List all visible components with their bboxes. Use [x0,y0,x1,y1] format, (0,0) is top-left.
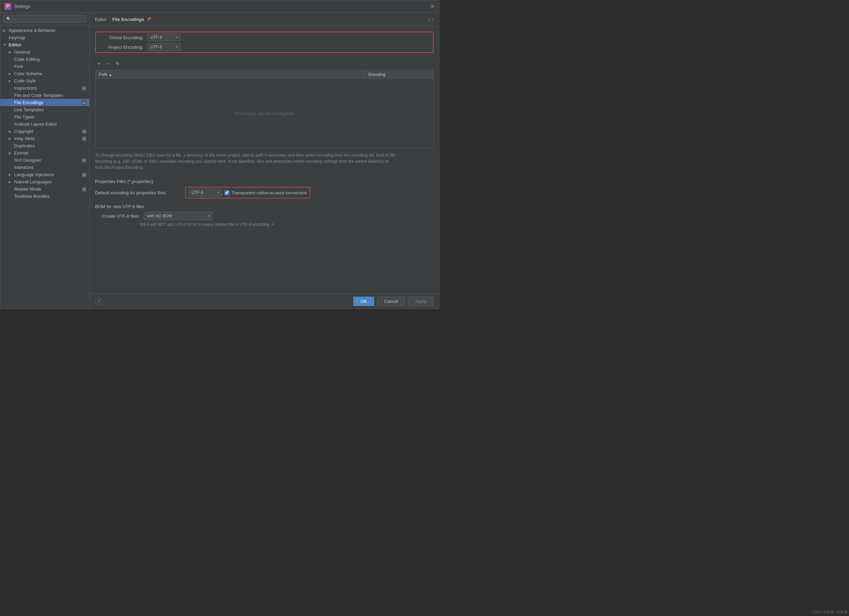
sidebar-item-inspections[interactable]: ▶ Inspections ▦ [0,85,89,92]
ok-button[interactable]: OK [353,297,374,306]
sidebar-item-label: Inspections [14,85,37,91]
sidebar-item-label: Keymap [9,35,25,40]
cancel-button[interactable]: Cancel [377,297,405,306]
nav-arrows: ‹ › [429,16,433,22]
sidebar-item-label: Language Injections [14,172,54,177]
sidebar-item-label: GUI Designer [14,158,41,163]
sidebar-item-file-code-templates[interactable]: ▶ File and Code Templates [0,92,89,99]
transparent-conversion-checkbox[interactable] [225,190,229,195]
sidebar-item-label: Reader Mode [14,186,41,192]
apply-button[interactable]: Apply [408,297,433,306]
sidebar-item-label: Color Scheme [14,71,42,76]
bom-row: Create UTF-8 files: with NO BOM with BOM [95,212,433,220]
badge-icon: ▦ [82,100,86,105]
bom-select-wrapper: with NO BOM with BOM [144,212,213,220]
global-encoding-select[interactable]: UTF-8 ISO-8859-1 US-ASCII [147,34,180,41]
global-encoding-label: Global Encoding: [98,35,143,40]
help-button[interactable]: ? [95,298,103,305]
back-button[interactable]: ‹ [429,16,430,22]
sidebar-item-reader-mode[interactable]: ▶ Reader Mode ▦ [0,185,89,192]
sidebar-item-inlay-hints[interactable]: ▶ Inlay Hints ▦ [0,135,89,142]
sidebar-item-language-injections[interactable]: ▶ Language Injections ▦ [0,171,89,178]
arrow-icon: ▶ [9,130,13,133]
sidebar-item-label: File Types [14,114,34,119]
arrow-icon: ▶ [9,72,13,76]
sidebar-item-gui-designer[interactable]: ▶ GUI Designer ▦ [0,157,89,164]
sidebar-item-copyright[interactable]: ▶ Copyright ▦ [0,128,89,135]
sidebar-item-color-scheme[interactable]: ▶ Color Scheme [0,70,89,77]
project-encoding-select[interactable]: UTF-8 ISO-8859-1 US-ASCII [147,43,180,51]
sidebar-item-label: TextMate Bundles [14,194,49,199]
sidebar-item-editor[interactable]: ▼ Editor [0,41,89,48]
sidebar-item-label: Code Style [14,78,36,84]
global-encoding-row: Global Encoding: UTF-8 ISO-8859-1 US-ASC… [98,34,430,41]
bom-section-title: BOM for new UTF-8 files [95,204,433,209]
sidebar-item-android-layout-editor[interactable]: ▶ Android Layout Editor [0,121,89,128]
properties-encoding-select[interactable]: UTF-8 ISO-8859-1 [188,189,222,196]
create-utf8-label: Create UTF-8 files: [95,213,140,219]
badge-icon: ▦ [82,136,86,141]
path-column-header: Path ▲ [95,70,365,79]
edit-button[interactable]: ✎ [113,60,122,67]
sidebar-item-label: General [14,49,30,55]
sidebar-item-duplicates[interactable]: ▶ Duplicates [0,142,89,149]
breadcrumb: Editor › File Encodings 📌 ‹ › [89,13,439,26]
search-bar [0,13,89,25]
remove-button[interactable]: − [104,60,112,67]
breadcrumb-current: File Encodings [112,17,144,22]
sidebar-item-appearance[interactable]: ▶ Appearance & Behavior [0,27,89,34]
arrow-icon: ▼ [3,43,7,47]
close-button[interactable]: ✕ [429,4,435,9]
sidebar-item-label: Android Layout Editor [14,122,57,127]
sort-arrow-icon[interactable]: ▲ [109,73,112,76]
transparent-conversion-label[interactable]: Transparent native-to-ascii conversion [225,190,307,195]
encoding-box: Global Encoding: UTF-8 ISO-8859-1 US-ASC… [95,31,433,53]
add-button[interactable]: + [95,60,103,67]
bom-note-link[interactable]: UTF-8 BOM [175,222,197,227]
global-encoding-wrapper: UTF-8 ISO-8859-1 US-ASCII [147,34,180,41]
arrow-icon: ▶ [9,137,13,140]
arrow-icon: ▶ [9,173,13,176]
sidebar: ▶ Appearance & Behavior ▶ Keymap ▼ Edito… [0,13,89,309]
sidebar-item-emmet[interactable]: ▶ Emmet [0,149,89,157]
project-encoding-label: Project Encoding: [98,45,143,50]
forward-button[interactable]: › [432,16,433,22]
footer-right: OK Cancel Apply [353,297,433,306]
pin-icon[interactable]: 📌 [146,17,151,22]
sidebar-item-code-editing[interactable]: ▶ Code Editing [0,56,89,63]
sidebar-item-file-types[interactable]: ▶ File Types [0,113,89,121]
project-encoding-wrapper: UTF-8 ISO-8859-1 US-ASCII [147,43,180,51]
encoding-column-header: Encoding [365,70,433,79]
badge-icon: ▦ [82,129,86,134]
project-encoding-row: Project Encoding: UTF-8 ISO-8859-1 US-AS… [98,43,430,51]
footer: ? OK Cancel Apply [89,294,439,309]
properties-encoding-row: Default encoding for properties files: U… [95,187,433,198]
bom-select[interactable]: with NO BOM with BOM [144,212,213,220]
default-encoding-label: Default encoding for properties files: [95,190,181,195]
title-bar-left: P Settings [4,3,30,10]
search-input[interactable] [3,15,86,23]
sidebar-item-label: Inlay Hints [14,136,35,141]
app-icon: P [4,3,11,10]
sidebar-item-label: Copyright [14,129,33,134]
sidebar-item-intentions[interactable]: ▶ Intentions [0,164,89,171]
sidebar-item-general[interactable]: ▶ General [0,48,89,56]
sidebar-item-font[interactable]: ▶ Font [0,63,89,70]
arrow-icon: ▶ [3,28,7,32]
main-panel: Editor › File Encodings 📌 ‹ › Global Enc… [89,13,439,309]
sidebar-item-label: File Encodings [14,100,43,105]
sidebar-item-textmate-bundles[interactable]: ▶ TextMate Bundles [0,192,89,200]
badge-icon: ▦ [82,187,86,192]
properties-box: UTF-8 ISO-8859-1 Transparent native-to-a… [185,187,310,198]
sidebar-item-label: Intentions [14,165,33,170]
arrow-icon: ▶ [9,50,13,54]
sidebar-item-natural-languages[interactable]: ▶ Natural Languages [0,178,89,185]
sidebar-item-live-templates[interactable]: ▶ Live Templates [0,106,89,113]
sidebar-item-label: Font [14,64,23,69]
main-content: ▶ Appearance & Behavior ▶ Keymap ▼ Edito… [0,13,439,309]
sidebar-item-code-style[interactable]: ▶ Code Style [0,77,89,85]
sidebar-item-keymap[interactable]: ▶ Keymap [0,34,89,41]
sidebar-item-file-encodings[interactable]: ▶ File Encodings ▦ [0,99,89,106]
bom-section: BOM for new UTF-8 files Create UTF-8 fil… [95,204,433,227]
title-bar: P Settings ✕ [0,0,439,13]
